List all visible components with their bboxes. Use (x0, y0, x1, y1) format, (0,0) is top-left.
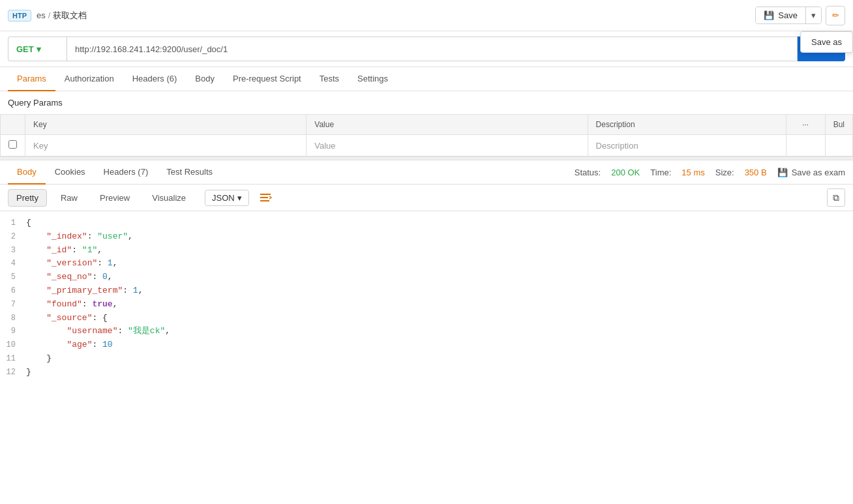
save-example-icon: 💾 (777, 168, 788, 177)
save-button-group[interactable]: 💾 Save ▾ (755, 7, 822, 24)
line-number: 10 (0, 339, 26, 351)
query-params-section: Query Params Key Value Description ··· B… (0, 91, 853, 156)
line-content: "_seq_no": 0, (26, 271, 853, 284)
save-example-label: Save as exam (792, 168, 845, 177)
breadcrumb: es / 获取文档 (37, 10, 87, 22)
url-input[interactable] (67, 37, 798, 61)
top-bar: HTP es / 获取文档 💾 Save ▾ ✏ (0, 0, 853, 31)
response-tabs: Body Cookies Headers (7) Test Results (8, 160, 222, 184)
line-number: 5 (0, 271, 26, 284)
tab-settings[interactable]: Settings (348, 67, 397, 91)
fmt-tab-pretty[interactable]: Pretty (8, 189, 47, 207)
line-content: "_source": { (26, 312, 853, 325)
status-label: Status: (575, 168, 601, 177)
format-value: JSON (212, 193, 235, 203)
tab-pre-request-script[interactable]: Pre-request Script (224, 67, 310, 91)
fmt-tab-preview[interactable]: Preview (91, 189, 138, 207)
code-line: 1 { (0, 216, 853, 230)
line-number: 1 (0, 217, 26, 230)
format-selector[interactable]: JSON ▾ (205, 190, 249, 206)
params-value-header: Value (307, 115, 588, 135)
line-content: "username": "我是ck", (26, 325, 853, 338)
tab-tests[interactable]: Tests (310, 67, 348, 91)
code-line: 11 } (0, 352, 853, 366)
edit-button[interactable]: ✏ (826, 6, 845, 25)
time-label: Time: (650, 168, 671, 177)
line-content: "_index": "user", (26, 230, 853, 244)
tab-response-body[interactable]: Body (8, 160, 46, 185)
params-row-key[interactable]: Key (25, 135, 307, 156)
code-line: 12 } (0, 366, 853, 379)
method-label: GET (16, 44, 34, 54)
params-row-bulk (825, 135, 852, 156)
line-content: "found": true, (26, 298, 853, 312)
code-line: 7 "found": true, (0, 298, 853, 312)
params-table: Key Value Description ··· Bul Key Value … (0, 114, 853, 156)
request-tabs: Params Authorization Headers (6) Body Pr… (0, 67, 853, 91)
method-chevron-icon: ▾ (37, 44, 41, 54)
line-number: 11 (0, 353, 26, 365)
line-number: 4 (0, 258, 26, 270)
params-bulk-header: Bul (825, 115, 852, 135)
code-line: 4 "_version": 1, (0, 257, 853, 271)
format-chevron-icon: ▾ (237, 193, 242, 203)
code-line: 6 "_primary_term": 1, (0, 284, 853, 298)
line-content: "_id": "1", (26, 244, 853, 258)
code-line: 10 "age": 10 (0, 338, 853, 352)
save-as-dropdown[interactable]: Save as (800, 31, 853, 53)
line-number: 2 (0, 231, 26, 243)
tab-headers[interactable]: Headers (6) (123, 67, 187, 91)
code-line: 9 "username": "我是ck", (0, 325, 853, 338)
line-number: 3 (0, 245, 26, 257)
size-label: Size: (715, 168, 734, 177)
http-badge: HTP (8, 10, 31, 22)
code-line: 3 "_id": "1", (0, 244, 853, 258)
params-checkbox-header (1, 115, 25, 135)
copy-button[interactable]: ⧉ (827, 188, 845, 207)
save-label: Save (778, 10, 798, 20)
breadcrumb-separator: / (48, 10, 51, 20)
edit-icon: ✏ (832, 10, 839, 20)
url-bar: GET ▾ Send (0, 31, 853, 67)
method-selector[interactable]: GET ▾ (8, 37, 67, 61)
params-row-value[interactable]: Value (307, 135, 588, 156)
tab-params[interactable]: Params (8, 67, 55, 91)
table-row: Key Value Description (1, 135, 853, 156)
line-number: 12 (0, 366, 26, 379)
params-row-desc[interactable]: Description (588, 135, 786, 156)
format-bar: Pretty Raw Preview Visualize JSON ▾ ⧉ (0, 185, 853, 211)
size-value: 350 B (745, 168, 767, 177)
code-line: 5 "_seq_no": 0, (0, 271, 853, 284)
params-key-header: Key (25, 115, 307, 135)
save-dropdown-button[interactable]: ▾ (805, 7, 821, 23)
line-content: } (26, 366, 853, 379)
save-icon: 💾 (764, 10, 774, 20)
breadcrumb-current: 获取文档 (53, 10, 87, 22)
status-value: 200 OK (611, 168, 640, 177)
copy-icon: ⧉ (833, 192, 839, 203)
line-content: } (26, 352, 853, 366)
response-tabs-bar: Body Cookies Headers (7) Test Results St… (0, 160, 853, 185)
fmt-tab-raw[interactable]: Raw (52, 189, 86, 207)
tab-body[interactable]: Body (186, 67, 224, 91)
line-number: 7 (0, 299, 26, 311)
tab-test-results[interactable]: Test Results (157, 160, 222, 185)
code-line: 2 "_index": "user", (0, 230, 853, 244)
params-row-checkbox[interactable] (1, 135, 25, 156)
tab-authorization[interactable]: Authorization (55, 67, 123, 91)
line-number: 6 (0, 285, 26, 297)
wrap-button[interactable] (257, 188, 275, 207)
fmt-tab-visualize[interactable]: Visualize (143, 189, 194, 207)
save-example-button[interactable]: 💾 Save as exam (777, 168, 845, 177)
line-number: 9 (0, 325, 26, 338)
line-content: "_version": 1, (26, 257, 853, 271)
tab-cookies[interactable]: Cookies (46, 160, 95, 185)
save-button[interactable]: 💾 Save (756, 7, 805, 23)
line-content: "age": 10 (26, 338, 853, 352)
tab-response-headers[interactable]: Headers (7) (95, 160, 158, 185)
line-content: { (26, 216, 853, 230)
params-actions-header: ··· (786, 115, 825, 135)
line-content: "_primary_term": 1, (26, 284, 853, 298)
breadcrumb-parent[interactable]: es (37, 10, 46, 20)
line-number: 8 (0, 312, 26, 325)
